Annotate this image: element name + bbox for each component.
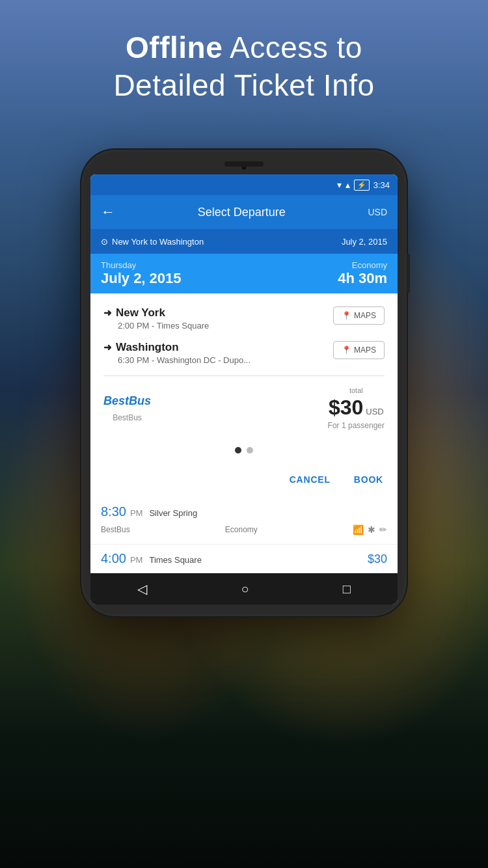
book-button[interactable]: BOOK	[347, 469, 390, 490]
logo-bus: Bus	[129, 394, 151, 407]
route-icon: ⊙	[101, 237, 108, 247]
price-amount: $30 USD	[328, 396, 385, 420]
back-button[interactable]: ←	[101, 204, 115, 221]
class-label: Economy	[338, 260, 387, 270]
map-pin-icon: 📍	[342, 311, 351, 320]
signal-icon: ▴	[346, 180, 350, 190]
list-class: Economy	[225, 525, 258, 534]
departure-row: ➜ New York 2:00 PM - Times Square 📍	[103, 306, 385, 331]
hero-bold: Offline	[126, 31, 223, 64]
speaker	[224, 161, 264, 167]
booking-section: BestBus BestBus total $30 USD For 1 pass…	[103, 387, 385, 441]
route-text: ⊙ New York to Washington	[101, 237, 204, 247]
price-col: total $30 USD For 1 passenger	[328, 387, 385, 430]
departure-detail: 2:00 PM - Times Square	[118, 321, 209, 331]
phone-device: ▾ ▴ ⚡ 3:34 ← Select Departure USD ⊙ New …	[81, 150, 407, 616]
arrival-city: ➜ Washington	[103, 341, 251, 354]
divider	[103, 375, 385, 376]
hero-line2: Detailed Ticket Info	[0, 67, 488, 105]
route-bar: ⊙ New York to Washington July 2, 2015	[90, 229, 398, 254]
bestbus-logo: BestBus	[103, 394, 151, 408]
status-bar: ▾ ▴ ⚡ 3:34	[90, 174, 398, 195]
list-icons: 📶 ✱ ✏	[353, 524, 387, 535]
bottom-nav: ◁ ○ □	[90, 573, 398, 604]
nav-home-button[interactable]: ○	[241, 582, 249, 597]
route-date: July 2, 2015	[342, 237, 387, 247]
cancel-button[interactable]: CANCEL	[283, 469, 337, 490]
arrival-maps-button[interactable]: 📍 MAPS	[333, 341, 385, 359]
arrival-info: ➜ Washington 6:30 PM - Washington DC - D…	[103, 341, 251, 365]
hero-rest: Access to	[223, 31, 362, 64]
list-section: 8:30 PM Silver Spring BestBus Economy 📶 …	[90, 498, 398, 573]
arrival-row: ➜ Washington 6:30 PM - Washington DC - D…	[103, 341, 385, 365]
edit-icon-list: ✏	[379, 524, 387, 535]
dot-1	[235, 447, 241, 454]
nav-menu-button[interactable]: □	[343, 582, 351, 597]
action-buttons: CANCEL BOOK	[90, 464, 398, 498]
list-company: BestBus	[101, 525, 130, 534]
price-passenger: For 1 passenger	[328, 421, 385, 430]
company-col: BestBus BestBus	[103, 394, 151, 422]
list-location: Silver Spring	[149, 508, 197, 518]
duration-big: 4h 30m	[338, 270, 387, 287]
price-value: $30	[329, 396, 363, 420]
list-time: 8:30	[101, 504, 126, 519]
departure-city: ➜ New York	[103, 306, 209, 319]
app-bar: ← Select Departure USD	[90, 195, 398, 229]
day-label: Thursday	[101, 260, 182, 270]
departure-info: ➜ New York 2:00 PM - Times Square	[103, 306, 209, 331]
list-row1: 8:30 PM Silver Spring	[101, 504, 387, 519]
currency-label: USD	[368, 207, 387, 217]
hero-section: Offline Access to Detailed Ticket Info	[0, 29, 488, 104]
wifi-icon-list: 📶	[353, 524, 364, 535]
star-icon-list: ✱	[368, 524, 375, 535]
list-row2: BestBus Economy 📶 ✱ ✏	[101, 522, 387, 537]
map-pin-icon-2: 📍	[342, 346, 351, 355]
list-time-2: 4:00	[101, 551, 126, 566]
modal-card: ➜ New York 2:00 PM - Times Square 📍	[90, 293, 398, 498]
date-bar: Thursday July 2, 2015 Economy 4h 30m	[90, 254, 398, 293]
price-total-label: total	[328, 387, 385, 394]
date-left: Thursday July 2, 2015	[101, 260, 182, 287]
arrival-arrow-icon: ➜	[103, 342, 112, 353]
list-location-2: Times Square	[149, 555, 201, 565]
departure-maps-button[interactable]: 📍 MAPS	[333, 306, 385, 325]
duration-right: Economy 4h 30m	[338, 260, 387, 287]
dots-indicator	[90, 441, 398, 464]
nav-back-button[interactable]: ◁	[137, 581, 147, 597]
list-suffix-2: PM	[130, 555, 143, 565]
route-label: New York to Washington	[112, 237, 204, 247]
list-item[interactable]: 8:30 PM Silver Spring BestBus Economy 📶 …	[90, 498, 398, 545]
logo-best: Best	[103, 394, 129, 407]
phone-screen: ▾ ▴ ⚡ 3:34 ← Select Departure USD ⊙ New …	[90, 174, 398, 604]
list-row1-2: 4:00 PM Times Square $30	[101, 551, 387, 566]
wifi-icon: ▾	[337, 180, 342, 190]
list-suffix: PM	[130, 508, 143, 518]
list-price: $30	[368, 552, 387, 566]
modal-card-inner: ➜ New York 2:00 PM - Times Square 📍	[90, 293, 398, 441]
status-time: 3:34	[373, 180, 390, 190]
departure-arrow-icon: ➜	[103, 307, 112, 319]
dot-2	[247, 447, 253, 454]
app-bar-title: Select Departure	[126, 206, 357, 219]
arrival-detail: 6:30 PM - Washington DC - Dupo...	[118, 355, 251, 365]
price-currency: USD	[366, 407, 383, 416]
list-item-2[interactable]: 4:00 PM Times Square $30	[90, 545, 398, 573]
company-name: BestBus	[113, 413, 142, 422]
phone-body: ▾ ▴ ⚡ 3:34 ← Select Departure USD ⊙ New …	[81, 150, 407, 616]
date-big: July 2, 2015	[101, 270, 182, 287]
battery-icon: ⚡	[354, 180, 370, 191]
